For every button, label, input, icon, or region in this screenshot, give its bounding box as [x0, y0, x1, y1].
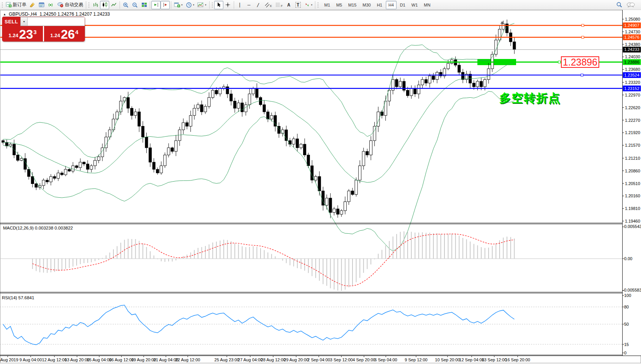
channel-tool-button[interactable]: E: [263, 1, 274, 9]
autotrade-button[interactable]: 自动交易: [56, 1, 85, 9]
search-icon[interactable]: [616, 2, 623, 8]
zoom-out-button[interactable]: [130, 1, 139, 9]
trendline-icon: /: [257, 2, 260, 7]
periods-button[interactable]: ▾: [184, 1, 196, 9]
metaeditor-button[interactable]: [28, 1, 37, 9]
trendline-tool-button[interactable]: /: [254, 1, 263, 9]
buy-price-small: 1.24: [50, 33, 60, 38]
toolbar-grip: [211, 2, 213, 8]
timeframe-group: M1M5M15M30H1H4D1W1MN: [321, 1, 433, 9]
new-chart-button[interactable]: ▾: [172, 1, 184, 9]
chart-window[interactable]: 1.250801.247301.243801.240301.236801.233…: [0, 10, 641, 364]
timeframe-d1-button[interactable]: D1: [397, 1, 408, 9]
price-callout-box[interactable]: 1.23896: [561, 56, 599, 68]
svg-text:80: 80: [624, 305, 629, 309]
bar-chart-button[interactable]: [91, 1, 100, 9]
svg-text:29 Aug 20:00: 29 Aug 20:00: [284, 357, 309, 362]
panel-divider-timeaxis[interactable]: [0, 354, 641, 356]
chart-canvas[interactable]: 1.250801.247301.243801.240301.236801.233…: [0, 10, 641, 364]
svg-text:1.19810: 1.19810: [625, 206, 640, 211]
rsi-panel: [0, 305, 623, 345]
vertical-line-tool-button[interactable]: |: [235, 1, 244, 9]
arrows-icon: [304, 2, 310, 8]
svg-text:2 Sep 04:00: 2 Sep 04:00: [307, 357, 330, 362]
auto-scroll-button[interactable]: [151, 1, 161, 9]
buy-price[interactable]: 1.24 26 4: [44, 26, 85, 41]
chat-icon[interactable]: [626, 2, 635, 8]
timeframe-m30-button[interactable]: M30: [360, 1, 373, 9]
panel-divider-macd[interactable]: [0, 222, 641, 225]
text-tool-button[interactable]: A: [284, 1, 293, 9]
svg-text:4 Sep 20:00: 4 Sep 20:00: [352, 357, 375, 362]
candles-layer: [2, 20, 516, 218]
panel-divider-rsi[interactable]: [0, 291, 641, 293]
candle-chart-icon: [102, 2, 108, 8]
chevron-down-icon: ▾: [193, 3, 195, 7]
horizontal-lines[interactable]: [0, 24, 623, 89]
svg-text:28 Aug 12:00: 28 Aug 12:00: [261, 357, 286, 362]
cursor-tool-button[interactable]: [214, 1, 223, 9]
svg-text:1.22620: 1.22620: [625, 105, 640, 110]
price-scale[interactable]: 1.250801.247301.243801.240301.236801.233…: [623, 10, 641, 356]
text-label-tool-button[interactable]: T: [293, 1, 303, 9]
svg-text:25 Aug 23:00: 25 Aug 23:00: [215, 357, 239, 362]
templates-button[interactable]: ▾: [196, 1, 208, 9]
timeframe-h1-button[interactable]: H1: [374, 1, 385, 9]
timeframe-mn-button[interactable]: MN: [421, 1, 433, 9]
timeframe-h4-button[interactable]: H4: [386, 1, 397, 9]
volume-input[interactable]: [27, 17, 85, 26]
line-chart-icon: [111, 2, 117, 8]
cursor-icon: [216, 2, 221, 8]
buy-price-big: 26: [61, 29, 75, 40]
new-order-button[interactable]: 新订单: [4, 1, 28, 9]
terminal-icon: [39, 2, 45, 8]
svg-text:12 Aug 12:00: 12 Aug 12:00: [42, 357, 67, 362]
svg-text:13 Sep 12:00: 13 Sep 12:00: [482, 357, 507, 362]
svg-text:16 Sep 20:00: 16 Sep 20:00: [505, 357, 530, 362]
fibonacci-letter: F: [281, 4, 283, 8]
symbol-info: ▲ GBPUSD-,H4 1.24250 1.24276 1.24207 1.2…: [3, 11, 110, 17]
timeframe-m1-button[interactable]: M1: [321, 1, 333, 9]
trade-widget-top: SELL ▼ ▲ BUY: [2, 17, 85, 26]
svg-text:27 Aug 04:00: 27 Aug 04:00: [238, 357, 263, 362]
timeframe-w1-button[interactable]: W1: [409, 1, 421, 9]
tile-windows-button[interactable]: [139, 1, 149, 9]
zoom-in-button[interactable]: [121, 1, 130, 9]
chart-shift-icon: [162, 2, 168, 8]
chart-text-note[interactable]: 多空转折点: [499, 90, 561, 106]
collapse-widget-icon[interactable]: ▲: [3, 13, 6, 16]
terminal-button[interactable]: [37, 1, 46, 9]
time-axis[interactable]: 7 Aug 20199 Aug 04:0012 Aug 12:0013 Aug …: [0, 356, 530, 362]
fibonacci-tool-button[interactable]: F: [274, 1, 284, 9]
buy-price-pip: 4: [75, 29, 78, 35]
svg-text:1.23680: 1.23680: [625, 67, 640, 72]
crosshair-tool-button[interactable]: [223, 1, 233, 9]
bar-chart-icon: [93, 2, 98, 8]
svg-text:1.23152: 1.23152: [624, 86, 639, 91]
volume-decrease-button[interactable]: ▼: [21, 17, 27, 26]
signals-button[interactable]: [46, 1, 56, 9]
horizontal-line-tool-button[interactable]: —: [244, 1, 254, 9]
svg-text:1.20510: 1.20510: [625, 181, 640, 186]
candle-chart-button[interactable]: [100, 1, 109, 9]
svg-text:0.005543: 0.005543: [624, 224, 641, 229]
timeframe-m5-button[interactable]: M5: [334, 1, 345, 9]
crosshair-icon: [225, 2, 231, 8]
chart-shift-button[interactable]: [161, 1, 170, 9]
timeframe-m15-button[interactable]: M15: [346, 1, 359, 9]
line-chart-button[interactable]: [109, 1, 118, 9]
sell-price[interactable]: 1.24 23 3: [2, 26, 43, 41]
svg-text:10 Sep 20:00: 10 Sep 20:00: [435, 357, 460, 362]
channel-icon: [264, 2, 270, 8]
tile-windows-icon: [141, 2, 147, 8]
chevron-down-icon: ▾: [205, 3, 207, 7]
sell-button[interactable]: SELL: [2, 17, 20, 26]
channel-letter: E: [270, 4, 272, 8]
svg-text:1.23886: 1.23886: [624, 60, 639, 64]
svg-text:13 Aug 20:00: 13 Aug 20:00: [65, 357, 90, 362]
svg-text:3 Sep 12:00: 3 Sep 12:00: [330, 357, 352, 362]
arrows-tool-button[interactable]: ▾: [303, 1, 314, 9]
zoom-out-icon: [132, 2, 138, 8]
svg-text:50: 50: [624, 322, 629, 326]
svg-text:1.24730: 1.24730: [625, 30, 640, 34]
